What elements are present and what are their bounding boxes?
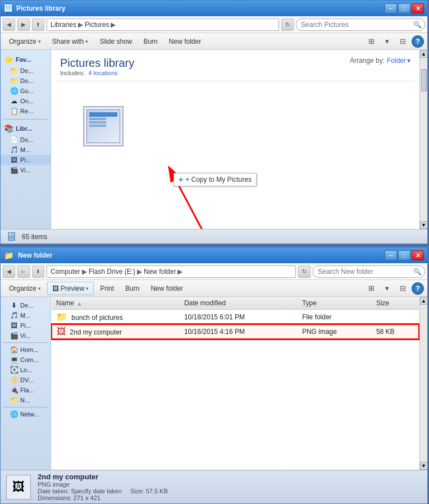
sidebar-item-2-pi[interactable]: 🖼 Pi... bbox=[1, 320, 51, 331]
maximize-button-1[interactable]: □ bbox=[398, 3, 410, 13]
toolbar-right-1: ⊞ ▾ ⊟ ? bbox=[364, 35, 424, 48]
address-path-1[interactable]: Libraries ▶ Pictures ▶ bbox=[47, 19, 279, 31]
sidebar-item-documents[interactable]: 📁 Do... bbox=[1, 76, 51, 86]
back-button-2[interactable]: ◀ bbox=[3, 265, 15, 278]
sidebar-item-2-n[interactable]: 📁 N... bbox=[1, 395, 51, 405]
sidebar-item-recent[interactable]: 📋 Re... bbox=[1, 106, 51, 116]
addr-flash-drive[interactable]: Flash Drive (E:) bbox=[89, 268, 135, 276]
burn-button-2[interactable]: Burn bbox=[120, 282, 144, 295]
file-item-screenshot[interactable] bbox=[78, 103, 129, 181]
pics-icon-2: 🖼 bbox=[10, 322, 19, 329]
close-button-2[interactable]: ✕ bbox=[412, 250, 424, 260]
help-button-1[interactable]: ? bbox=[412, 35, 424, 48]
addr-new-folder[interactable]: New folder bbox=[144, 268, 176, 276]
addr-computer[interactable]: Computer bbox=[51, 268, 80, 276]
scroll-up-1[interactable]: ▲ bbox=[420, 50, 428, 58]
sidebar-item-docs-lib[interactable]: 📄 Do... bbox=[1, 135, 51, 145]
refresh-button-1[interactable]: ↻ bbox=[281, 19, 294, 31]
folder-icon-2n: 📁 bbox=[10, 396, 19, 404]
locations-link[interactable]: 4 locations bbox=[88, 70, 118, 76]
new-folder-button-2[interactable]: New folder bbox=[145, 282, 188, 295]
print-button[interactable]: Print bbox=[95, 282, 119, 295]
search-input-2[interactable] bbox=[313, 265, 425, 278]
folder-icon-do: 📁 bbox=[10, 77, 19, 85]
cell-size-image: 58 KB bbox=[372, 324, 419, 339]
sidebar-item-2-de[interactable]: ⬇ De... bbox=[1, 300, 51, 310]
search-wrapper-2: 🔍 bbox=[313, 265, 425, 278]
col-size[interactable]: Size bbox=[372, 297, 419, 310]
library-icon: 📚 bbox=[4, 124, 13, 133]
title-bar-buttons-2: ─ □ ✕ bbox=[385, 250, 424, 260]
table-row-folder[interactable]: 📁 bunch of pictures 10/18/2015 6:01 PM F… bbox=[52, 310, 419, 325]
minimize-button-2[interactable]: ─ bbox=[385, 250, 397, 260]
preview-button[interactable]: 🖼 Preview ▾ bbox=[47, 282, 94, 295]
view-toggle-button-1[interactable]: ⊞ bbox=[364, 35, 378, 48]
col-date-modified[interactable]: Date modified bbox=[180, 297, 298, 310]
sidebar-item-2-comp[interactable]: 💻 Com... bbox=[1, 355, 51, 365]
sidebar-item-2-network[interactable]: 🌐 Netw... bbox=[1, 409, 51, 419]
sidebar-item-google[interactable]: 🌐 Go... bbox=[1, 86, 51, 96]
sidebar-item-2-vi[interactable]: 🎬 Vi... bbox=[1, 331, 51, 341]
view-toggle-button-2b[interactable]: ▾ bbox=[380, 282, 394, 295]
preview-icon: 🖼 bbox=[52, 285, 59, 292]
forward-button-2[interactable]: ▶ bbox=[17, 265, 30, 278]
sidebar-item-videos-lib[interactable]: 🎬 Vi... bbox=[1, 165, 51, 175]
minimize-button-1[interactable]: ─ bbox=[385, 3, 397, 13]
back-button-1[interactable]: ◀ bbox=[3, 19, 15, 31]
scroll-up-2[interactable]: ▲ bbox=[420, 297, 428, 305]
address-path-2[interactable]: Computer ▶ Flash Drive (E:) ▶ New folder… bbox=[47, 265, 296, 278]
copy-tooltip-text: + Copy to My Pictures bbox=[185, 176, 252, 184]
detail-info: 2nd my computer PNG image Date taken: Sp… bbox=[38, 473, 168, 501]
organize-button-2[interactable]: Organize ▾ bbox=[4, 282, 46, 295]
sidebar-item-music-lib[interactable]: 🎵 M... bbox=[1, 145, 51, 155]
content-area-1: ⭐ Fav... 📁 De... 📁 Do... 🌐 Go... ☁ bbox=[1, 50, 427, 229]
globe-icon: 🌐 bbox=[10, 87, 19, 95]
scroll-down-1[interactable]: ▼ bbox=[420, 221, 428, 229]
sidebar-item-2-dvd[interactable]: 📀 DV... bbox=[1, 375, 51, 385]
maximize-button-2[interactable]: □ bbox=[398, 250, 410, 260]
file-view-1: Pictures library Includes: 4 locations A… bbox=[51, 50, 419, 229]
scroll-down-2[interactable]: ▼ bbox=[420, 462, 428, 470]
sidebar-item-2-flash[interactable]: 🔌 Fla... bbox=[1, 385, 51, 395]
share-with-button[interactable]: Share with ▾ bbox=[47, 35, 94, 48]
up-button-2[interactable]: ⬆ bbox=[32, 265, 44, 278]
music-lib-icon: 🎵 bbox=[10, 146, 19, 154]
library-includes: Includes: 4 locations bbox=[60, 70, 134, 76]
col-type[interactable]: Type bbox=[298, 297, 372, 310]
view-toggle-button-1b[interactable]: ▾ bbox=[380, 35, 394, 48]
search-input-1[interactable] bbox=[296, 19, 425, 31]
pane-button-1[interactable]: ⊟ bbox=[396, 35, 409, 48]
sidebar-item-downloads[interactable]: 📁 De... bbox=[1, 66, 51, 76]
arrange-by-dropdown[interactable]: Folder ▾ bbox=[387, 57, 410, 65]
scrollbar-2[interactable]: ▲ ▼ bbox=[419, 297, 427, 470]
view-toggle-button-2[interactable]: ⊞ bbox=[364, 282, 378, 295]
sidebar-item-2-local[interactable]: 💽 Lo... bbox=[1, 365, 51, 375]
sidebar-item-onedrive[interactable]: ☁ On... bbox=[1, 96, 51, 106]
organize-button-1[interactable]: Organize ▾ bbox=[4, 35, 46, 48]
burn-button-1[interactable]: Burn bbox=[138, 35, 162, 48]
close-button-1[interactable]: ✕ bbox=[412, 3, 424, 13]
address-libraries[interactable]: Libraries bbox=[51, 21, 76, 29]
pane-button-2[interactable]: ⊟ bbox=[396, 282, 409, 295]
comp-icon-2: 💻 bbox=[10, 356, 19, 364]
refresh-button-2[interactable]: ↻ bbox=[298, 265, 311, 278]
content-area-2: ⬇ De... 🎵 M... 🖼 Pi... 🎬 Vi... 🏠 bbox=[1, 297, 427, 470]
address-pictures[interactable]: Pictures bbox=[85, 21, 109, 29]
scroll-thumb-1[interactable] bbox=[421, 69, 427, 91]
new-folder-button-1[interactable]: New folder bbox=[164, 35, 206, 48]
col-name[interactable]: Name ▲ bbox=[52, 297, 180, 310]
sidebar-item-2-mu[interactable]: 🎵 M... bbox=[1, 310, 51, 320]
copy-tooltip[interactable]: + + Copy to My Pictures bbox=[174, 173, 257, 186]
sidebar-divider-2 bbox=[3, 342, 48, 343]
sidebar-item-2-home[interactable]: 🏠 Hom... bbox=[1, 345, 51, 355]
sidebar-1: ⭐ Fav... 📁 De... 📁 Do... 🌐 Go... ☁ bbox=[1, 50, 51, 229]
up-button-1[interactable]: ⬆ bbox=[32, 19, 44, 31]
title-bar-2: 📁 New folder ─ □ ✕ bbox=[1, 248, 427, 263]
slideshow-button[interactable]: Slide show bbox=[94, 35, 137, 48]
help-button-2[interactable]: ? bbox=[412, 282, 424, 295]
scrollbar-1[interactable]: ▲ ▼ bbox=[419, 50, 427, 229]
libraries-header: 📚 Libr... bbox=[1, 122, 51, 135]
sidebar-item-pictures-lib[interactable]: 🖼 Pi... bbox=[1, 155, 51, 165]
forward-button-1[interactable]: ▶ bbox=[17, 19, 30, 31]
table-row-image[interactable]: 🖼 2nd my computer 10/16/2015 4:16 PM PNG… bbox=[52, 324, 419, 339]
